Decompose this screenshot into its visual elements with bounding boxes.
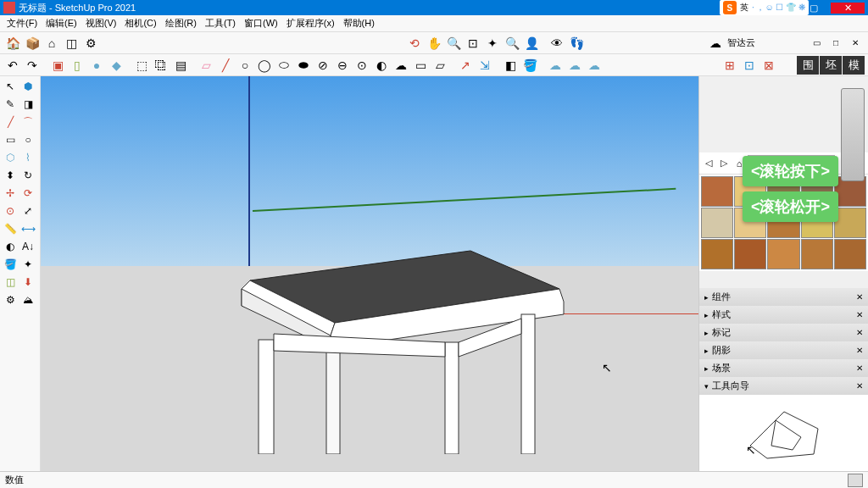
tray-header[interactable]: ▸组件✕ [699,288,868,306]
poly-icon[interactable]: ◆ [107,56,125,75]
cloud-icon[interactable]: ☁ [706,34,725,53]
ime-lang[interactable]: 英 [740,2,748,14]
line2-icon[interactable]: ╱ [2,114,19,130]
tray-header[interactable]: ▸场景✕ [699,359,868,377]
material-swatch[interactable] [701,208,733,238]
3d-icon[interactable]: ⬢ [19,78,36,95]
viewport[interactable]: ↖ [41,76,698,471]
tray-close-icon[interactable]: ✕ [856,381,863,391]
protractor-icon[interactable]: ◐ [2,238,19,255]
cloud3-icon[interactable]: ☁ [585,56,604,75]
offset-icon[interactable]: ⊙ [2,202,19,219]
panel-btn-3[interactable]: ⊠ [760,56,778,75]
tray-close-icon[interactable]: ✕ [856,310,863,319]
line-icon[interactable]: ╱ [216,56,235,75]
look-icon[interactable]: 👁 [548,34,566,53]
material-swatch[interactable] [834,239,866,269]
redo-icon[interactable]: ↷ [23,56,42,75]
tray-header[interactable]: ▾工具向导✕ [699,377,868,395]
paste-icon[interactable]: ▤ [171,56,190,75]
gear-icon[interactable]: ⚙ [81,34,100,53]
shape3-icon[interactable]: ▭ [411,56,430,75]
paint-icon[interactable]: 🪣 [520,56,539,75]
pushpull-icon[interactable]: ⬍ [2,167,19,184]
circle2-icon[interactable]: ◯ [255,56,274,75]
panel-btn-2[interactable]: ⊡ [740,56,759,75]
panel-btn-1[interactable]: ⊞ [721,56,739,75]
dimension-icon[interactable]: ⟷ [19,220,36,237]
menu-file[interactable]: 文件(F) [3,15,41,31]
follow-icon[interactable]: ↻ [19,167,36,184]
box-icon[interactable]: 📦 [23,34,42,53]
poly2-icon[interactable]: ⬡ [2,149,19,166]
menu-edit[interactable]: 编辑(E) [42,15,81,31]
cloud2-icon[interactable]: ☁ [565,56,584,75]
material-swatch[interactable] [701,239,733,269]
home-icon[interactable]: ⌂ [42,34,61,53]
select-tool-icon[interactable]: ↖ [2,78,19,95]
shape4-icon[interactable]: ▱ [431,56,449,75]
scale-icon[interactable]: ⇲ [476,56,494,75]
extensions-icon[interactable]: ⚙ [2,291,19,308]
tape-icon[interactable]: 📏 [2,220,19,237]
tray-close-icon[interactable]: ✕ [856,363,863,373]
menu-draw[interactable]: 绘图(R) [162,15,200,31]
orbit-icon[interactable]: ⟲ [405,34,424,53]
circle1-icon[interactable]: ○ [236,56,254,75]
shape2-icon[interactable]: ☁ [392,56,410,75]
rotate-icon[interactable]: ⟳ [19,185,36,202]
eraser-icon[interactable]: ◧ [501,56,520,75]
zoom-extents-icon[interactable]: ✦ [483,34,502,53]
circle3-icon[interactable]: ⬭ [275,56,293,75]
tray-header[interactable]: ▸样式✕ [699,306,868,324]
cylinder-icon[interactable]: ▯ [68,56,86,75]
nav-back-icon[interactable]: ◁ [702,157,715,170]
undo-icon[interactable]: ↶ [3,56,22,75]
shape1-icon[interactable]: ◐ [372,56,391,75]
menu-view[interactable]: 视图(V) [82,15,120,31]
menu-window[interactable]: 窗口(W) [241,15,281,31]
ime-icon[interactable]: S [723,1,737,14]
menu-camera[interactable]: 相机(C) [121,15,159,31]
previous-view-icon[interactable]: 🔍 [503,34,521,53]
arc-icon[interactable]: ⌒ [19,114,36,130]
material-swatch[interactable] [701,176,733,207]
cube-icon[interactable]: ◫ [62,34,81,53]
circle5-icon[interactable]: ⊘ [314,56,332,75]
paint2-icon[interactable]: 🪣 [2,256,19,273]
select-icon[interactable]: ⬚ [132,56,151,75]
tray-header[interactable]: ▸阴影✕ [699,341,868,359]
tray-header[interactable]: ▸标记✕ [699,324,868,341]
tray-close-icon[interactable]: ✕ [856,292,863,302]
rect2-icon[interactable]: ▭ [2,131,19,148]
material-swatch[interactable] [801,239,833,269]
sandbox-icon[interactable]: ⛰ [19,291,36,308]
walk-icon[interactable]: 👣 [567,34,586,53]
move2-icon[interactable]: ✢ [2,185,19,202]
panel-close-icon[interactable]: ✕ [846,34,865,53]
circle6-icon[interactable]: ⊖ [333,56,352,75]
move-icon[interactable]: ↗ [456,56,475,75]
tab-3[interactable]: 模 [843,56,865,75]
rect-icon[interactable]: ▱ [197,56,215,75]
scale2-icon[interactable]: ⤢ [19,202,36,219]
material-swatch[interactable] [734,239,766,269]
cloud1-icon[interactable]: ☁ [546,56,565,75]
material-swatch[interactable] [767,239,799,269]
circle-tool-icon[interactable]: ○ [19,131,36,148]
sphere-icon[interactable]: ● [87,56,106,75]
nav-fwd-icon[interactable]: ▷ [717,157,731,170]
house-icon[interactable]: 🏠 [3,34,22,53]
copy-icon[interactable]: ⿻ [152,56,170,75]
side-scrollbar[interactable] [841,88,865,181]
warehouse-icon[interactable]: ⬇ [19,274,36,291]
tab-2[interactable]: 坯 [820,56,842,75]
menu-tools[interactable]: 工具(T) [202,15,239,31]
panel-max-icon[interactable]: □ [826,34,845,53]
panel-min-icon[interactable]: ▭ [807,34,826,53]
tray-close-icon[interactable]: ✕ [856,346,863,355]
zoom-window-icon[interactable]: ⊡ [464,34,482,53]
pencil-icon[interactable]: ✎ [2,96,19,113]
freehand-icon[interactable]: ⌇ [19,149,36,166]
tab-1[interactable]: 围 [797,56,819,75]
